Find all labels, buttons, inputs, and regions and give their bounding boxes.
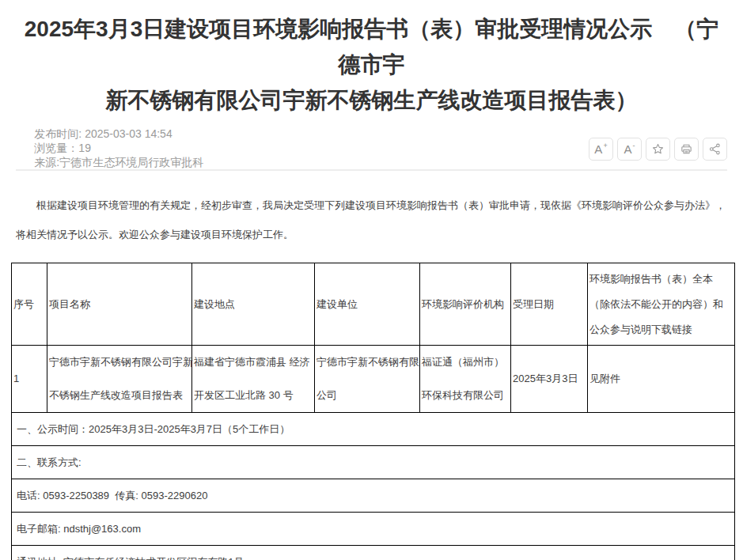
acceptance-table: 序号 项目名称 建设地点 建设单位 环境影响评价机构 受理日期 环境影响报告书（… [11, 263, 735, 560]
table-row: 1 宁德市宇新不锈钢有限公司宇新 不锈钢生产线改造项目报告表 福建省宁德市霞浦县… [12, 346, 735, 413]
table-row: 电子邮箱: ndsthj@163.com [12, 513, 735, 546]
row-publicity-period: 一、公示时间：2025年3月3日-2025年3月7日（5个工作日） [12, 413, 735, 446]
article-meta: 发布时间: 2025-03-03 14:54 浏览量：19 来源:宁德市生态环境… [16, 115, 203, 183]
cell-project-name: 宁德市宇新不锈钢有限公司宇新 不锈钢生产线改造项目报告表 [47, 346, 192, 413]
publish-time: 发布时间: 2025-03-03 14:54 [34, 127, 172, 140]
publish-time-label: 发布时间: [34, 127, 85, 140]
star-icon [651, 142, 665, 156]
cell-location: 福建省宁德市霞浦县 经济 开发区工业北路 30 号 [192, 346, 315, 413]
cell-serial: 1 [12, 346, 47, 413]
intro-paragraph: 根据建设项目环境管理的有关规定，经初步审查，我局决定受理下列建设项目环境影响报告… [16, 191, 727, 249]
publish-time-value: 2025-03-03 14:54 [85, 127, 172, 140]
header-cell-project-name: 项目名称 [47, 263, 192, 346]
header-cell-eia-agency: 环境影响评价机构 [420, 263, 511, 346]
row-contact-heading: 二、联系方式: [12, 446, 735, 479]
font-increase-label: A [594, 143, 602, 155]
header-cell-serial: 序号 [12, 263, 47, 346]
printer-icon [680, 142, 693, 156]
header-cell-builder: 建设单位 [315, 263, 420, 346]
cell-eia-agency: 福证通（福州市） 环保科技有限公司 [420, 346, 511, 413]
table-row: 二、联系方式: [12, 446, 735, 479]
row-postal-address: 通讯地址: 宁德市东侨经济技术开发区闽东东路1号 [12, 546, 735, 560]
font-decrease-label: A [624, 143, 631, 155]
row-phone-fax: 电话: 0593-2250389 传真: 0593-2290620 [12, 479, 735, 513]
table-row: 通讯地址: 宁德市东侨经济技术开发区闽东东路1号 [12, 546, 735, 560]
view-count-value: 19 [78, 142, 91, 154]
minus-sign: - [633, 142, 635, 149]
header-cell-acceptance-date: 受理日期 [511, 263, 588, 346]
header-cell-location: 建设地点 [192, 263, 315, 346]
meta-toolbar-row: 发布时间: 2025-03-03 14:54 浏览量：19 来源:宁德市生态环境… [16, 137, 727, 161]
cell-attachment: 见附件 [588, 346, 735, 413]
plus-sign: + [603, 142, 607, 149]
font-decrease-button[interactable]: A- [617, 138, 642, 161]
table-header-row: 序号 项目名称 建设地点 建设单位 环境影响评价机构 受理日期 环境影响报告书（… [12, 263, 735, 346]
header-cell-report-download: 环境影响报告书（表）全本 （除依法不能公开的内容）和 公众参与说明下载链接 [588, 263, 735, 346]
share-icon [708, 142, 722, 156]
print-button[interactable] [674, 138, 699, 161]
source: 来源:宁德市生态环境局行政审批科 [34, 156, 203, 168]
table-row: 一、公示时间：2025年3月3日-2025年3月7日（5个工作日） [12, 413, 735, 446]
view-count-label: 浏览量： [34, 142, 78, 154]
font-increase-button[interactable]: A+ [589, 138, 613, 161]
cell-builder: 宁德市宇新不锈钢有限 公司 [315, 346, 420, 413]
share-button[interactable] [703, 138, 727, 161]
table-row: 电话: 0593-2250389 传真: 0593-2290620 [12, 479, 735, 513]
article-toolbar: A+ A- [589, 138, 727, 161]
favorite-button[interactable] [646, 138, 670, 161]
article-page: 2025年3月3日建设项目环境影响报告书（表）审批受理情况公示 （宁德市宇 新不… [0, 11, 743, 560]
source-label: 来源: [34, 156, 59, 168]
row-email: 电子邮箱: ndsthj@163.com [12, 513, 735, 546]
view-count: 浏览量：19 [34, 142, 91, 154]
source-value: 宁德市生态环境局行政审批科 [59, 156, 203, 168]
page-title: 2025年3月3日建设项目环境影响报告书（表）审批受理情况公示 （宁德市宇 新不… [16, 11, 727, 118]
cell-acceptance-date: 2025年3月3日 [511, 346, 588, 413]
